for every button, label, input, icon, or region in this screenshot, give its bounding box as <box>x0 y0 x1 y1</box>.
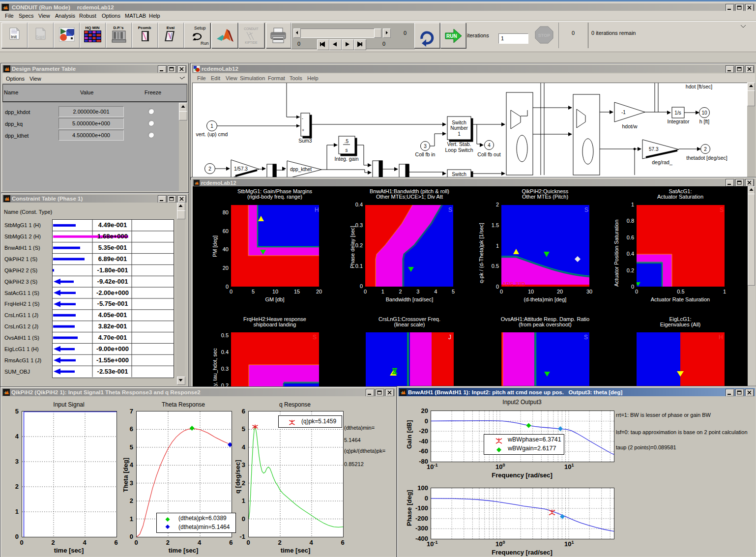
svg-text:1: 1 <box>458 131 461 137</box>
svg-text:2: 2 <box>704 147 707 152</box>
svg-text:Eval: Eval <box>167 26 174 30</box>
svg-text:Init: Init <box>11 34 17 39</box>
svg-text:S: S <box>313 334 317 341</box>
svg-text:S: S <box>720 206 724 213</box>
svg-text:STOP: STOP <box>538 33 550 38</box>
svg-text:hdot/w: hdot/w <box>622 123 638 129</box>
svg-text:Number: Number <box>450 125 468 131</box>
svg-text:4: 4 <box>488 143 491 148</box>
svg-text:Run: Run <box>201 41 209 46</box>
svg-text:10: 10 <box>701 110 707 116</box>
svg-text:-: - <box>302 116 303 121</box>
svg-text:J: J <box>448 334 451 341</box>
svg-text:H: H <box>315 206 319 213</box>
svg-text:Vert. Stab.: Vert. Stab. <box>447 141 471 147</box>
svg-text:CONDUIT: CONDUIT <box>244 27 259 30</box>
svg-text:Loop Switch: Loop Switch <box>445 147 473 153</box>
svg-text:D.P.'s: D.P.'s <box>114 26 124 30</box>
svg-text:thetadot [deg/sec]: thetadot [deg/sec] <box>686 155 727 161</box>
svg-text:s: s <box>346 147 348 153</box>
svg-text:Switch: Switch <box>452 120 466 125</box>
svg-text:1: 1 <box>210 123 213 129</box>
svg-text:3: 3 <box>424 144 427 149</box>
svg-text:deg/rad_: deg/rad_ <box>652 159 672 165</box>
svg-text:1/s: 1/s <box>674 110 681 116</box>
svg-text:S: S <box>448 206 452 213</box>
svg-text:1/57.3: 1/57.3 <box>234 166 248 172</box>
svg-text:Coll fb in: Coll fb in <box>415 151 436 157</box>
svg-text:Integ. gain: Integ. gain <box>334 156 358 162</box>
svg-text:Switch: Switch <box>452 172 466 177</box>
svg-text:vert. (up) cmd: vert. (up) cmd <box>196 131 228 137</box>
svg-text:Integrator: Integrator <box>668 118 690 124</box>
svg-text:Setup: Setup <box>194 26 206 30</box>
svg-text:57.3: 57.3 <box>649 147 659 152</box>
svg-text:S: S <box>584 334 588 341</box>
svg-text:dpp_kthet: dpp_kthet <box>290 167 312 172</box>
svg-text:Pcomb: Pcomb <box>138 26 151 30</box>
svg-text:RUN: RUN <box>446 33 457 39</box>
svg-text:Sqpt: Sqpt <box>35 34 45 39</box>
svg-text:-1: -1 <box>621 110 626 115</box>
svg-text:+: + <box>302 128 304 133</box>
svg-text:S: S <box>584 206 588 213</box>
svg-text:hdot [ft/sec]: hdot [ft/sec] <box>686 84 712 89</box>
svg-text:ADS-33D: ADS-33D <box>502 281 525 287</box>
svg-text:HQ MIN: HQ MIN <box>86 26 100 30</box>
svg-text:h [ft]: h [ft] <box>699 118 710 124</box>
svg-text:2: 2 <box>208 166 211 172</box>
svg-text:Coll fb out: Coll fb out <box>477 151 500 157</box>
svg-text:H: H <box>719 334 723 341</box>
svg-text:Sum3: Sum3 <box>298 138 312 144</box>
svg-text:.5: .5 <box>345 139 349 144</box>
svg-text:KIPTIDE: KIPTIDE <box>245 41 258 44</box>
